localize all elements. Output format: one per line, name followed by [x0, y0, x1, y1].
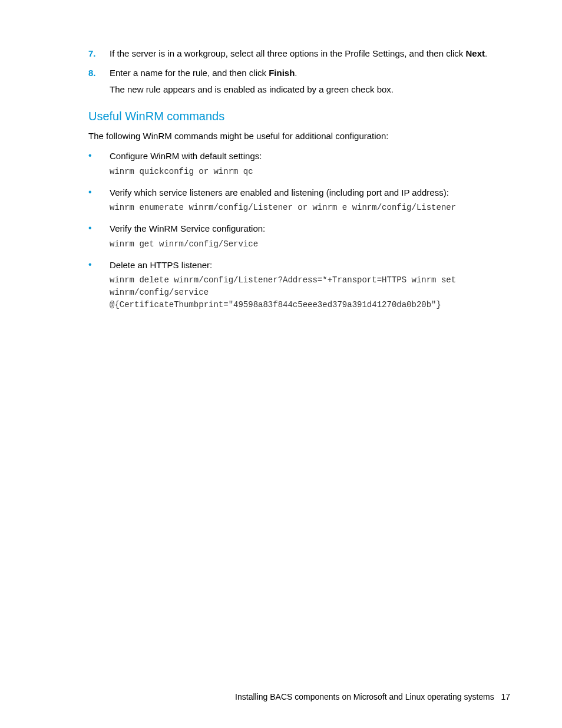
bullet-text: Delete an HTTPS listener:: [110, 260, 212, 270]
code-block: winrm quickconfig or winrm qc: [110, 166, 510, 178]
step-8: 8. Enter a name for the rule, and then c…: [52, 67, 510, 97]
footer-page-number: 17: [501, 692, 510, 701]
code-block: winrm enumerate winrm/config/Listener or…: [110, 202, 510, 214]
bullet-icon: •: [88, 186, 110, 215]
bullet-item: • Verify which service listeners are ena…: [88, 186, 510, 215]
bullet-item: • Configure WinRM with default settings:…: [88, 150, 510, 178]
bullet-item: • Verify the WinRM Service configuration…: [88, 222, 510, 251]
step-7: 7. If the server is in a workgroup, sele…: [52, 47, 510, 61]
code-block: winrm delete winrm/config/Listener?Addre…: [110, 274, 510, 311]
step-text: If the server is in a workgroup, select …: [110, 47, 510, 61]
bullet-icon: •: [88, 259, 110, 312]
footer-text: Installing BACS components on Microsoft …: [235, 692, 494, 701]
bullet-icon: •: [88, 222, 110, 251]
step-number: 8.: [88, 67, 110, 97]
step-subtext: The new rule appears and is enabled as i…: [110, 83, 510, 97]
bullet-icon: •: [88, 150, 110, 178]
bullet-text: Configure WinRM with default settings:: [110, 151, 262, 161]
page-footer: Installing BACS components on Microsoft …: [235, 691, 510, 703]
bullet-item: • Delete an HTTPS listener: winrm delete…: [88, 259, 510, 312]
bullet-list: • Configure WinRM with default settings:…: [88, 150, 510, 311]
bullet-text: Verify the WinRM Service configuration:: [110, 223, 265, 233]
bullet-text: Verify which service listeners are enabl…: [110, 187, 449, 197]
section-intro: The following WinRM commands might be us…: [88, 130, 510, 143]
step-number: 7.: [88, 47, 110, 61]
numbered-steps: 7. If the server is in a workgroup, sele…: [52, 47, 510, 97]
step-text: Enter a name for the rule, and then clic…: [110, 67, 510, 97]
code-block: winrm get winrm/config/Service: [110, 238, 510, 251]
section-heading: Useful WinRM commands: [88, 107, 510, 125]
